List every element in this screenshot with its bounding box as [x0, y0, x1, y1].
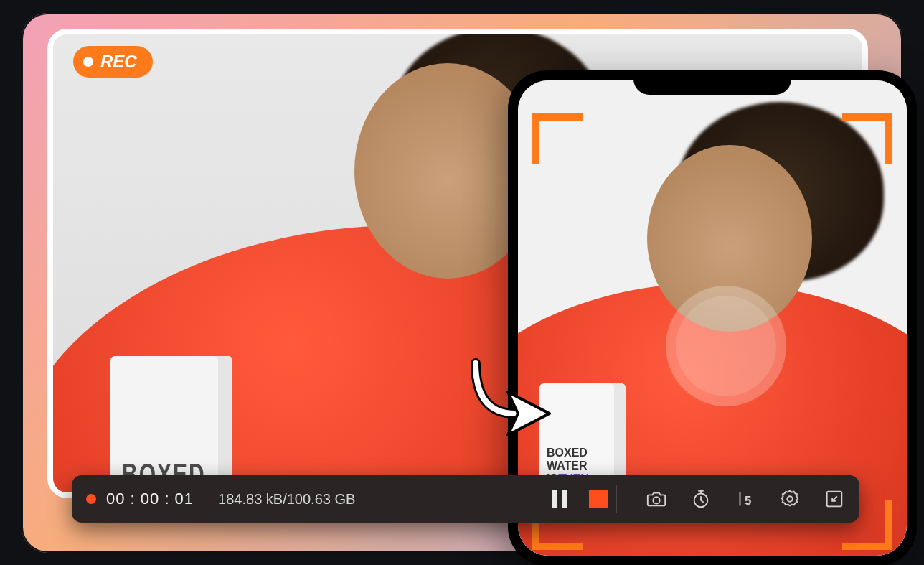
rec-badge: REC: [73, 46, 153, 78]
settings-button[interactable]: [778, 487, 802, 511]
stop-button[interactable]: [586, 487, 610, 511]
pause-button[interactable]: [547, 487, 572, 511]
arrow-icon: [465, 349, 558, 445]
camera-icon: [646, 488, 667, 510]
screenshot-button[interactable]: [644, 487, 669, 511]
rec-dot-icon: [83, 57, 93, 67]
settings-gear-icon: [779, 488, 801, 510]
frame-corner-icon: [842, 113, 892, 164]
storage-readout: 184.83 kB/100.63 GB: [218, 491, 355, 508]
pause-icon: [552, 490, 567, 508]
recording-dot-icon: [86, 494, 96, 504]
phone-notch: [633, 70, 791, 95]
shrink-window-icon: [824, 488, 845, 510]
stopwatch-icon: [690, 488, 712, 510]
scheduled-record-button[interactable]: [689, 487, 713, 511]
recording-timer: 00 : 00 : 01: [106, 490, 194, 508]
minimize-button[interactable]: [822, 487, 847, 511]
frame-corner-icon: [532, 113, 583, 164]
skip-seconds-icon: 5: [735, 488, 756, 510]
svg-point-3: [787, 496, 793, 502]
rec-label: REC: [100, 52, 137, 72]
toolbar-divider: [616, 485, 617, 513]
touch-indicator-icon: [676, 296, 776, 396]
recording-toolbar: 00 : 00 : 01 184.83 kB/100.63 GB: [72, 475, 859, 523]
svg-text:5: 5: [745, 494, 751, 508]
stop-icon: [589, 490, 608, 508]
svg-point-0: [653, 497, 659, 503]
skip-seconds-button[interactable]: 5: [733, 487, 758, 511]
app-stage: BOXED REC BOXED WATER ISEVEN BETTER.: [22, 13, 902, 553]
